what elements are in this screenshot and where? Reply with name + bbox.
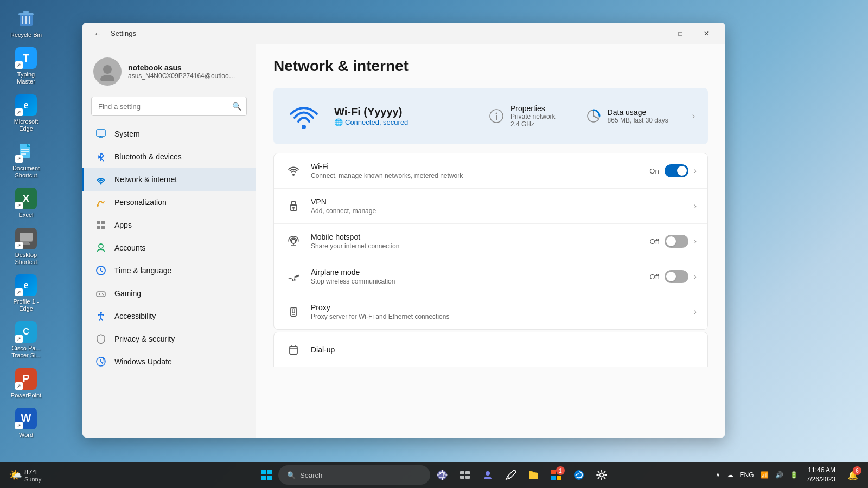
clock[interactable]: 11:46 AM 7/26/2023 [802, 466, 840, 484]
battery-icon[interactable]: 🔋 [788, 469, 800, 481]
language-indicator[interactable]: ENG [738, 469, 756, 481]
desktop-icon-label: MicrosoftEdge [14, 118, 39, 132]
svg-point-72 [600, 473, 604, 477]
svg-rect-2 [23, 11, 29, 14]
sys-tray: ∧ ☁ ENG 📶 🔊 🔋 [713, 469, 800, 481]
weather-condition: Sunny [24, 476, 41, 483]
desktop-icon-excel[interactable]: X ↗ Excel [4, 184, 48, 222]
sidebar-item-accessibility[interactable]: Accessibility [82, 305, 256, 328]
wifi-row-title: Wi-Fi [311, 162, 641, 171]
airplane-toggle[interactable] [665, 270, 688, 283]
desktop-icon-label: DocumentShortcut [12, 165, 40, 179]
desktop-icon-label: PowerPoint [11, 392, 41, 399]
weather-widget[interactable]: 🌤️ 87°F Sunny [4, 466, 46, 485]
taskbar-icon-network[interactable] [431, 464, 453, 486]
taskbar-icon-pen[interactable] [500, 464, 521, 486]
sidebar-item-time[interactable]: Time & language [82, 259, 256, 282]
svg-rect-62 [465, 471, 470, 474]
back-button[interactable]: ← [89, 25, 106, 42]
svg-point-34 [102, 293, 103, 294]
vpn-row[interactable]: VPN Add, connect, manage › [274, 189, 707, 224]
taskbar-search-icon: 🔍 [287, 471, 296, 479]
airplane-row-subtitle: Stop wireless communication [311, 278, 641, 285]
taskbar-icon-task-view[interactable] [454, 464, 476, 486]
window-controls: ─ □ ✕ [642, 25, 719, 42]
sidebar-item-gaming[interactable]: Gaming [82, 282, 256, 305]
desktop-icon-documents[interactable]: ↗ DocumentShortcut [4, 138, 48, 182]
clock-date: 7/26/2023 [807, 475, 835, 484]
volume-icon[interactable]: 🔊 [773, 469, 786, 481]
desktop-icon-cisco[interactable]: C ↗ Cisco Pa...Tracer Si... [4, 318, 48, 362]
svg-rect-31 [97, 292, 105, 297]
wifi-row[interactable]: Wi-Fi Connect, manage known networks, me… [274, 153, 707, 189]
window-title: Settings [111, 29, 136, 37]
sidebar-item-accounts[interactable]: Accounts [82, 236, 256, 259]
svg-rect-63 [460, 476, 464, 479]
dialup-row-title: Dial-up [311, 345, 697, 354]
apps-icon [95, 219, 107, 231]
minimize-button[interactable]: ─ [642, 25, 667, 42]
wifi-tray-icon[interactable]: 📶 [758, 469, 771, 481]
properties-action[interactable]: Properties Private network 2.4 GHz [482, 100, 562, 132]
vpn-row-chevron: › [694, 201, 697, 211]
sidebar-item-system[interactable]: System [82, 123, 256, 145]
desktop-icon-typing-master[interactable]: T ↗ TypingMaster [4, 44, 48, 88]
wifi-row-right: On › [649, 164, 697, 177]
taskbar-icon-edge[interactable] [568, 464, 590, 486]
desktop-icon-powerpoint[interactable]: P ↗ PowerPoint [4, 365, 48, 402]
proxy-row[interactable]: Proxy Proxy server for Wi-Fi and Etherne… [274, 294, 707, 329]
hotspot-row[interactable]: Mobile hotspot Share your internet conne… [274, 224, 707, 259]
desktop-icon-label: Excel [19, 211, 34, 219]
sidebar-item-windows-update[interactable]: Windows Update [82, 350, 256, 373]
properties-sublabel2: 2.4 GHz [510, 120, 556, 128]
desktop-icon-word[interactable]: W ↗ Word [4, 404, 48, 442]
dialup-row[interactable]: Dial-up [274, 332, 707, 367]
svg-rect-67 [551, 470, 556, 474]
wifi-toggle[interactable] [665, 164, 688, 177]
properties-text: Properties Private network 2.4 GHz [510, 104, 556, 128]
find-setting-input[interactable] [91, 97, 247, 116]
cloud-icon[interactable]: ☁ [725, 469, 736, 481]
wifi-info: Wi-Fi (Yyyyy) 🌐 Connected, secured [334, 106, 408, 126]
taskbar-icon-files[interactable] [522, 464, 544, 486]
start-button[interactable] [256, 464, 277, 486]
hotspot-row-subtitle: Share your internet connection [311, 242, 641, 250]
vpn-row-icon [285, 197, 302, 215]
airplane-row-right: Off › [650, 270, 697, 283]
sidebar-item-label: Time & language [114, 266, 171, 275]
sidebar-item-bluetooth[interactable]: Bluetooth & devices [82, 145, 256, 168]
proxy-row-right: › [694, 307, 697, 317]
taskbar-icon-settings[interactable] [591, 464, 612, 486]
hotspot-toggle[interactable] [665, 235, 688, 248]
dialup-partial-row[interactable]: Dial-up [273, 332, 708, 367]
proxy-row-text: Proxy Proxy server for Wi-Fi and Etherne… [311, 303, 685, 320]
user-profile[interactable]: notebook asus asus_N4N0CX09P274164@outlo… [82, 51, 256, 92]
maximize-button[interactable]: □ [668, 25, 693, 42]
svg-rect-13 [23, 242, 29, 243]
close-button[interactable]: ✕ [694, 25, 719, 42]
notification-center-button[interactable]: 🔔 6 [842, 464, 864, 486]
data-usage-action[interactable]: Data usage 865 MB, last 30 days [579, 104, 675, 129]
desktop-icon-recycle-bin[interactable]: Recycle Bin [4, 4, 48, 42]
desktop-icon-profile-edge[interactable]: e ↗ Profile 1 -Edge [4, 271, 48, 316]
sidebar-item-personalization[interactable]: Personalization [82, 191, 256, 214]
sidebar-item-label: Accessibility [114, 312, 156, 320]
sidebar-item-apps[interactable]: Apps [82, 214, 256, 236]
taskbar-icon-store[interactable]: 1 [545, 464, 567, 486]
desktop-icon-desktop-shortcut[interactable]: ↗ DesktopShortcut [4, 224, 48, 269]
desktop-icon-edge[interactable]: e ↗ MicrosoftEdge [4, 91, 48, 136]
update-icon [95, 356, 107, 368]
expand-tray-icon[interactable]: ∧ [713, 469, 723, 481]
svg-rect-24 [101, 221, 105, 224]
svg-point-22 [97, 204, 99, 207]
data-usage-sublabel: 865 MB, last 30 days [608, 117, 668, 124]
system-icon [95, 128, 107, 140]
taskbar-icon-teams[interactable] [477, 464, 499, 486]
airplane-row[interactable]: Airplane mode Stop wireless communicatio… [274, 259, 707, 294]
weather-icon: 🌤️ [9, 468, 22, 481]
sidebar-item-privacy[interactable]: Privacy & security [82, 328, 256, 350]
taskbar-search-bar[interactable]: 🔍 Search [278, 465, 430, 485]
sidebar-item-network[interactable]: Network & internet [82, 168, 256, 191]
vpn-row-subtitle: Add, connect, manage [311, 207, 685, 215]
page-title: Network & internet [273, 57, 708, 75]
